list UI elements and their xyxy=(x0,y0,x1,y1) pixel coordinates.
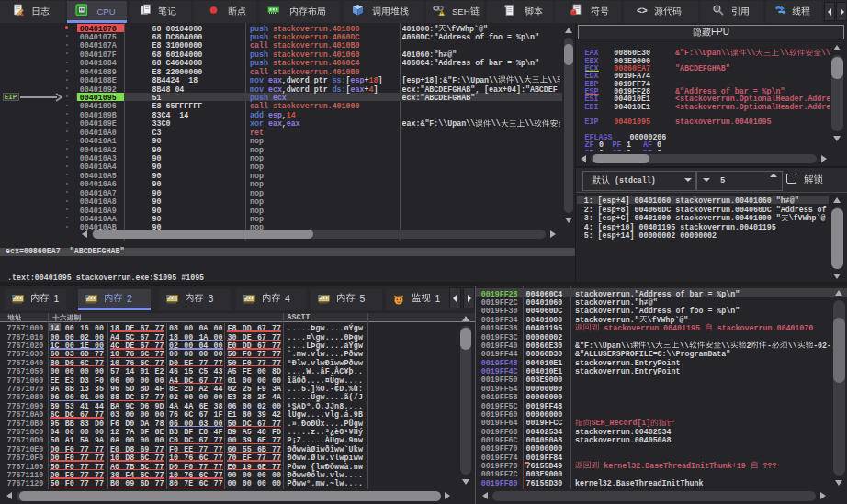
svg-text:<>: <> xyxy=(637,6,648,16)
